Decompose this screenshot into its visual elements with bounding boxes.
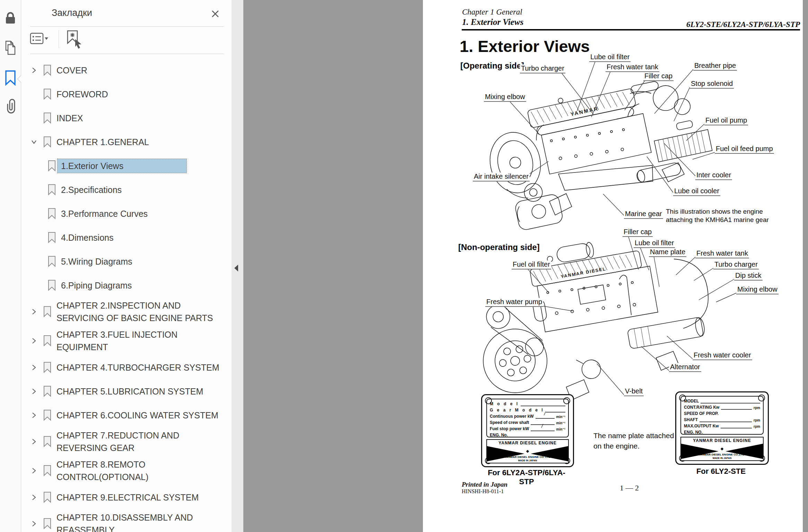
panel-title: Закладки <box>52 8 92 18</box>
chevron-right-icon[interactable] <box>31 67 43 74</box>
toolbar-separator <box>59 30 59 48</box>
bookmark-item[interactable]: CHAPTER 4.TURBOCHARGER SYSTEM <box>21 355 232 379</box>
dropdown-caret-icon <box>45 37 48 40</box>
page-header-models: 6LY2-STE/6LY2A-STP/6LYA-STP <box>589 20 800 29</box>
chevron-right-icon[interactable] <box>31 412 43 419</box>
diagram-label: Fresh water tank <box>695 249 749 258</box>
bookmark-item[interactable]: FOREWORD <box>21 82 232 106</box>
bookmark-label[interactable]: CHAPTER 5.LUBRICATION SYSTEM <box>57 385 203 398</box>
chevron-right-icon[interactable] <box>31 438 43 445</box>
bookmark-item[interactable]: CHAPTER 6.COOLING WATER SYSTEM <box>21 403 232 427</box>
diagram-label: Inter cooler <box>695 171 732 180</box>
diagram-label: Stop solenoid <box>690 80 734 89</box>
bookmark-label[interactable]: CHAPTER 6.COOLING WATER SYSTEM <box>57 409 218 422</box>
diagram-label: This illustration shows the engine <box>665 208 764 216</box>
panel-scrollbar[interactable] <box>232 0 243 532</box>
bookmark-ribbon-icon <box>43 491 57 503</box>
bookmark-ribbon-icon <box>43 465 57 477</box>
bookmark-label[interactable]: FOREWORD <box>57 88 108 100</box>
bookmarks-list: COVERFOREWORDINDEXCHAPTER 1.GENERAL1.Ext… <box>21 54 232 532</box>
chevron-right-icon[interactable] <box>31 494 43 501</box>
collapse-panel-arrow-icon[interactable] <box>234 265 238 272</box>
diagram-label: Alternator <box>669 363 701 372</box>
bookmark-ribbon-icon <box>43 335 57 347</box>
plate-row: MODEL <box>684 399 760 404</box>
diagram-label: Mixing elbow <box>736 285 779 294</box>
paperclip-icon[interactable] <box>3 98 18 114</box>
bookmark-label[interactable]: INDEX <box>57 112 83 124</box>
bookmark-label[interactable]: CHAPTER 4.TURBOCHARGER SYSTEM <box>57 361 219 374</box>
bookmark-label[interactable]: CHAPTER 7.REDUCTION AND REVERSING GEAR <box>57 429 220 454</box>
diagram-label: Name plate <box>649 248 686 257</box>
bookmark-label[interactable]: 5.Wiring Diagrams <box>61 255 132 268</box>
bookmark-label[interactable]: CHAPTER 2.INSPECTION AND SERVICING OF BA… <box>57 299 220 324</box>
chevron-right-icon[interactable] <box>31 337 43 344</box>
bookmark-label[interactable]: COVER <box>57 64 87 77</box>
bookmark-item[interactable]: COVER <box>21 58 232 82</box>
bookmark-label[interactable]: CHAPTER 8.REMOTO CONTROL(OPTIONAL) <box>57 458 220 483</box>
diagram-label: Breather pipe <box>693 62 737 71</box>
chevron-right-icon[interactable] <box>31 308 43 315</box>
plate-row: ENG. NO. <box>684 430 760 435</box>
bookmark-label[interactable]: 4.Dimensions <box>61 231 113 244</box>
bookmark-item[interactable]: CHAPTER 1.GENERAL <box>21 130 232 154</box>
chevron-down-icon[interactable] <box>31 139 43 145</box>
lock-icon[interactable] <box>3 10 18 26</box>
bookmark-label[interactable]: 6.Piping Diagrams <box>61 279 132 292</box>
bookmark-label[interactable]: CHAPTER 3.FUEL INJECTION EQUIPMENT <box>57 328 220 353</box>
banner-brand-text: YANMAR DIESEL ENGINE <box>681 438 763 443</box>
plate-row: M o d e l <box>490 401 565 406</box>
bookmark-item[interactable]: 5.Wiring Diagrams <box>21 249 232 273</box>
chevron-right-icon[interactable] <box>31 388 43 395</box>
close-icon[interactable] <box>208 7 222 21</box>
bookmark-item[interactable]: CHAPTER 5.LUBRICATION SYSTEM <box>21 379 232 403</box>
bookmark-item[interactable]: CHAPTER 7.REDUCTION AND REVERSING GEAR <box>21 427 232 456</box>
bookmarks-toolbar <box>21 27 232 54</box>
bookmark-options-icon[interactable] <box>29 31 49 47</box>
bookmark-label[interactable]: CHAPTER 9.ELECTRICAL SYSTEM <box>57 491 199 504</box>
chevron-right-icon[interactable] <box>31 467 43 474</box>
diagram-label: Dip stick <box>734 272 763 281</box>
bookmark-label[interactable]: CHAPTER 1.GENERAL <box>57 136 149 148</box>
bookmark-item[interactable]: CHAPTER 3.FUEL INJECTION EQUIPMENT <box>21 326 232 355</box>
bookmark-item[interactable]: CHAPTER 10.DISASSEMBLY AND REASSEMBLY <box>21 509 232 532</box>
bookmark-item[interactable]: 6.Piping Diagrams <box>21 273 232 297</box>
engine-brand-text: YANMAR DIESEL <box>561 266 607 279</box>
bookmark-item[interactable]: 4.Dimensions <box>21 225 232 249</box>
bookmarks-panel: Закладки <box>21 0 232 532</box>
diagram-label: Fresh water pump <box>485 298 543 307</box>
bookmark-item[interactable]: 1.Exterior Views <box>21 154 232 178</box>
diagram-label: Fresh water cooler <box>693 351 752 360</box>
bookmark-item[interactable]: CHAPTER 2.INSPECTION AND SERVICING OF BA… <box>21 297 232 326</box>
plate-row: G e a r M o d e l <box>490 408 565 413</box>
chevron-right-icon[interactable] <box>31 364 43 371</box>
footer-printed: Printed in Japan <box>462 481 507 488</box>
plate-row: CONT.RATING Kwrpm <box>684 405 760 410</box>
diagram-label: Lube oil cooler <box>673 187 720 196</box>
page-header-section: 1. Exterior Views <box>462 17 523 27</box>
bookmark-item[interactable]: CHAPTER 8.REMOTO CONTROL(OPTIONAL) <box>21 456 232 485</box>
bookmark-item[interactable]: INDEX <box>21 106 232 130</box>
bookmark-ribbon-icon <box>47 280 61 291</box>
diagram-label: Fuel oil filter <box>512 260 551 269</box>
copy-pages-icon[interactable] <box>3 40 18 56</box>
bookmark-item[interactable]: 3.Performance Curves <box>21 202 232 225</box>
bookmark-ribbon-icon <box>47 232 61 243</box>
plate-row: Fuel stop power kW/min⁻¹ <box>490 426 565 431</box>
bookmark-item[interactable]: CHAPTER 9.ELECTRICAL SYSTEM <box>21 485 232 509</box>
bookmark-ribbon-icon <box>43 518 57 530</box>
bookmark-label-selected[interactable]: 1.Exterior Views <box>58 159 186 173</box>
plate-row: Continuous power kW/min⁻¹ <box>490 414 565 419</box>
bookmarks-icon[interactable] <box>3 70 18 86</box>
bookmark-label[interactable]: CHAPTER 10.DISASSEMBLY AND REASSEMBLY <box>57 511 220 532</box>
new-bookmark-icon[interactable] <box>63 29 84 49</box>
bookmark-label[interactable]: 3.Performance Curves <box>61 207 148 220</box>
chevron-right-icon[interactable] <box>31 520 43 527</box>
left-tool-strip <box>0 0 21 532</box>
bookmark-ribbon-icon <box>47 208 61 220</box>
plate-row: SPEED OF PROP. <box>684 411 760 416</box>
footer-page-number: 1 — 2 <box>620 484 639 493</box>
diagram-label: Lube oil filter <box>634 239 675 248</box>
bookmark-item[interactable]: 2.Specifications <box>21 178 232 202</box>
bookmark-label[interactable]: 2.Specifications <box>61 184 122 196</box>
